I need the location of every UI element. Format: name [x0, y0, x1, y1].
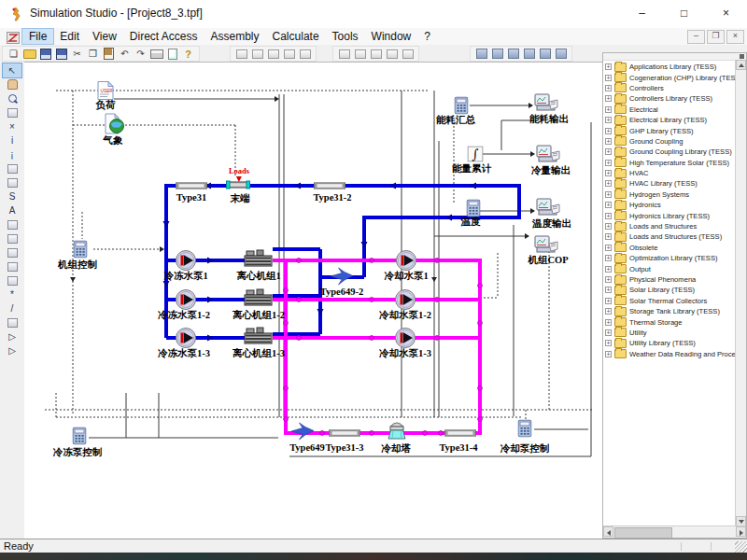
menu-file[interactable]: File [22, 29, 53, 44]
layers-tool[interactable] [3, 245, 21, 259]
library-item[interactable]: +Electrical Library (TESS) [605, 115, 735, 125]
child-restore-button[interactable]: ❐ [707, 30, 725, 44]
library-item[interactable]: +Hydronics [605, 200, 735, 210]
expand-icon[interactable]: + [605, 191, 612, 198]
panel-close-icon[interactable] [740, 54, 744, 59]
align-vertical-icon[interactable] [282, 48, 296, 60]
node-chw-pump-2[interactable] [175, 288, 197, 311]
expand-icon[interactable]: + [605, 63, 612, 70]
library-item[interactable]: +HVAC [605, 168, 735, 178]
scroll-right-icon[interactable] [736, 526, 746, 537]
expand-icon[interactable]: + [605, 202, 612, 208]
assembly-tree-icon[interactable] [337, 48, 351, 60]
library-item[interactable]: +Physical Phenomena [605, 274, 735, 285]
library-item[interactable]: +GHP Library (TESS) [605, 125, 735, 135]
node-cw-pump-3[interactable] [394, 327, 416, 349]
library-item[interactable]: +Solar Library (TESS) [605, 285, 735, 295]
node-unit-cop-output[interactable] [534, 235, 558, 256]
export-icon[interactable] [538, 48, 552, 60]
grid-snap-tool[interactable] [3, 231, 21, 245]
library-item[interactable]: +Ground Coupling Library (TESS) [605, 147, 735, 157]
expand-icon[interactable]: + [605, 138, 612, 145]
screen-capture-tool[interactable] [3, 105, 21, 119]
library-item[interactable]: +Output [605, 263, 735, 273]
fit-links-icon[interactable] [234, 48, 248, 60]
library-item[interactable]: +Applications Library (TESS) [605, 62, 735, 72]
scroll-up-icon[interactable] [736, 60, 746, 70]
expand-icon[interactable]: + [605, 266, 612, 273]
minimize-button[interactable]: – [621, 0, 663, 28]
expand-icon[interactable]: + [605, 85, 612, 91]
save-icon[interactable] [38, 48, 52, 60]
node-type31-3[interactable] [329, 428, 360, 438]
menu-calculate[interactable]: Calculate [266, 29, 326, 44]
log-icon[interactable] [490, 48, 504, 60]
node-load-file[interactable]: USER [97, 81, 114, 101]
tree-vertical-scrollbar[interactable] [735, 60, 746, 526]
expand-icon[interactable]: + [605, 128, 612, 134]
gear-tool[interactable]: * [3, 287, 21, 301]
options-icon[interactable] [554, 48, 568, 60]
expand-icon[interactable]: + [605, 148, 612, 155]
node-chiller-1[interactable] [244, 249, 274, 268]
library-item[interactable]: +Weather Data Reading and Process [605, 349, 735, 359]
library-item[interactable]: +Electrical [605, 105, 735, 115]
close-button[interactable]: × [705, 0, 747, 28]
node-energy-output[interactable] [534, 93, 558, 114]
schematic-canvas[interactable]: USER负荷气象Type31末端Type31-2冷冻水泵1冷冻水泵1-2冷冻水泵… [24, 62, 602, 539]
print-icon[interactable] [149, 48, 163, 60]
node-chw-pump-1[interactable] [175, 249, 197, 272]
library-item[interactable]: +Hydronics Library (TESS) [605, 210, 735, 220]
node-type31-4[interactable] [444, 428, 476, 438]
text-tool[interactable]: A [3, 203, 21, 217]
save-all-icon[interactable] [54, 48, 68, 60]
library-item[interactable]: +Loads and Structures [605, 221, 735, 231]
node-weather-file[interactable] [105, 113, 125, 135]
node-cooling-output[interactable] [536, 145, 560, 165]
undo-icon[interactable]: ↶ [118, 48, 132, 60]
library-item[interactable]: +Controllers Library (TESS) [605, 93, 735, 104]
stamp-tool[interactable] [3, 175, 21, 189]
plug-tool[interactable] [3, 273, 21, 287]
node-cooling-tower[interactable] [388, 418, 406, 441]
cut-links-icon[interactable] [250, 48, 264, 60]
library-item[interactable]: +Storage Tank Library (TESS) [605, 306, 735, 316]
help-icon[interactable]: ? [181, 48, 195, 60]
expand-icon[interactable]: + [605, 117, 612, 123]
document-icon[interactable] [7, 31, 20, 43]
cut-icon[interactable]: ✂ [70, 48, 84, 60]
node-cw-pump-2[interactable] [394, 288, 416, 311]
child-minimize-button[interactable]: – [687, 30, 705, 44]
library-item[interactable]: +Cogeneration (CHP) Library (TESS) [605, 72, 735, 82]
library-item[interactable]: +Solar Thermal Collectors [605, 296, 735, 306]
flag-a-tool[interactable]: ▷ [3, 329, 21, 343]
menu-tools[interactable]: Tools [326, 29, 365, 44]
library-item[interactable]: +Utility Library (TESS) [605, 338, 735, 348]
expand-icon[interactable]: + [605, 298, 612, 304]
node-cw-pump-control[interactable] [518, 420, 532, 438]
expand-icon[interactable]: + [605, 223, 612, 230]
node-unit-control[interactable] [74, 241, 88, 259]
report-icon[interactable] [522, 48, 536, 60]
node-type31-2[interactable] [314, 181, 345, 190]
landscape-icon[interactable] [401, 48, 415, 60]
expand-icon[interactable]: + [605, 287, 612, 293]
menu-assembly[interactable]: Assembly [204, 29, 266, 44]
library-item[interactable]: +High Temperature Solar (TESS) [605, 158, 735, 168]
zoom-tool[interactable] [3, 91, 21, 105]
node-chw-pump-3[interactable] [175, 327, 197, 349]
align-horizontal-icon[interactable] [266, 48, 280, 60]
node-cw-pump-1[interactable] [395, 249, 417, 272]
pen-tool[interactable]: / [3, 301, 21, 315]
expand-icon[interactable]: + [605, 319, 612, 326]
print-region-tool[interactable] [3, 259, 21, 273]
expand-icon[interactable]: + [605, 160, 612, 166]
expand-icon[interactable]: + [605, 233, 612, 240]
expand-icon[interactable]: + [605, 106, 612, 113]
library-item[interactable]: +Ground Coupling [605, 136, 735, 147]
library-item[interactable]: +Utility [605, 328, 735, 338]
node-chw-pump-control[interactable] [73, 427, 87, 445]
node-energy-integ[interactable]: ∫ [468, 147, 484, 162]
node-chiller-2[interactable] [244, 288, 274, 307]
expand-icon[interactable]: + [605, 308, 612, 315]
